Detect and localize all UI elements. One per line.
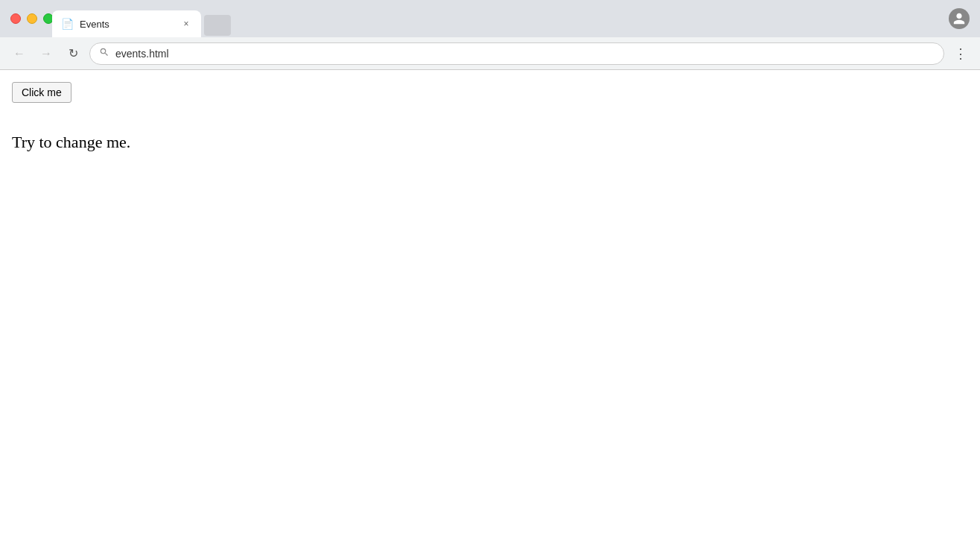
back-button[interactable]: ← xyxy=(9,43,30,64)
tab-close-button[interactable]: × xyxy=(180,18,192,30)
back-icon: ← xyxy=(13,47,25,60)
traffic-lights xyxy=(10,13,54,24)
toolbar: ← → ↻ ⋮ xyxy=(0,37,980,70)
reload-icon: ↻ xyxy=(69,46,78,60)
profile-icon[interactable] xyxy=(949,8,970,29)
tab-file-icon: 📄 xyxy=(61,18,74,30)
search-icon xyxy=(99,47,109,60)
address-input[interactable] xyxy=(115,48,935,60)
page-content: Click me Try to change me. xyxy=(0,70,980,553)
title-bar: 📄 Events × xyxy=(0,0,980,37)
close-button[interactable] xyxy=(10,13,21,24)
menu-dots-icon: ⋮ xyxy=(954,45,967,62)
forward-button[interactable]: → xyxy=(36,43,57,64)
reload-button[interactable]: ↻ xyxy=(63,43,83,64)
chrome-window: 📄 Events × ← → ↻ xyxy=(0,0,980,553)
page-paragraph: Try to change me. xyxy=(12,133,968,152)
profile-area xyxy=(949,8,970,29)
tab-title: Events xyxy=(80,19,174,30)
click-me-button[interactable]: Click me xyxy=(12,82,71,103)
tab-bar: 📄 Events × xyxy=(52,0,231,37)
forward-icon: → xyxy=(40,47,52,60)
address-bar[interactable] xyxy=(89,42,944,65)
active-tab[interactable]: 📄 Events × xyxy=(52,10,201,37)
new-tab-button[interactable] xyxy=(204,15,231,36)
menu-button[interactable]: ⋮ xyxy=(950,43,971,64)
minimize-button[interactable] xyxy=(27,13,37,24)
